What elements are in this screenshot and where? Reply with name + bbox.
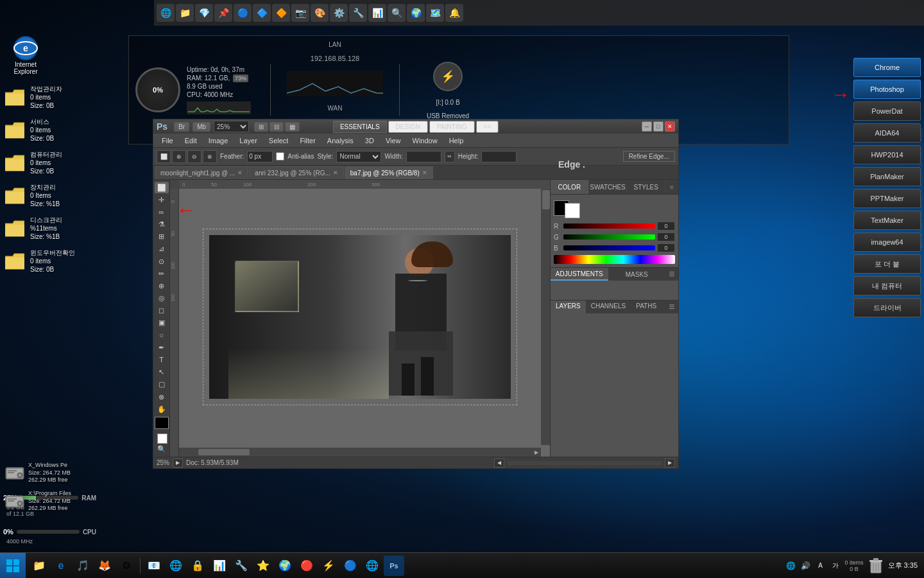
ps-swap-btn[interactable]: ⇔	[445, 151, 455, 162]
ps-menu-window[interactable]: Window	[407, 136, 443, 146]
tray-network[interactable]: 🌐	[785, 559, 798, 572]
folder-button[interactable]: 포 더 붙	[853, 254, 921, 274]
photoshop-button[interactable]: Photoshop	[853, 80, 921, 99]
chrome-button[interactable]: Chrome	[853, 58, 921, 77]
ps-bg-swatch[interactable]	[565, 203, 580, 218]
driver-button[interactable]: 드라이버	[853, 298, 921, 317]
ps-doc-tab-2[interactable]: anri 232.jpg @ 25% (RG... ✕	[249, 166, 343, 179]
mycomputer-button[interactable]: 내 컴퓨터	[853, 276, 921, 295]
ps-scroll-right-btn[interactable]: ▶	[532, 448, 541, 457]
ps-doc-tab-3[interactable]: ba7.jpg @ 25% (RGB/8) ✕	[345, 166, 433, 179]
ps-r-input[interactable]	[657, 222, 675, 231]
ps-masks-tab[interactable]: MASKS	[608, 268, 666, 281]
ps-g-input[interactable]	[657, 232, 675, 241]
ps-color-tab[interactable]: COLOR	[551, 180, 589, 194]
ps-tool-move[interactable]: ✛	[155, 194, 169, 206]
ps-canvas-area[interactable]: ▶	[179, 189, 550, 457]
ps-opt-marquee[interactable]: ⬜	[157, 150, 171, 163]
toolbar-icon-2[interactable]: 📁	[176, 4, 194, 22]
toolbar-icon-12[interactable]: 📊	[368, 4, 386, 22]
ps-menu-file[interactable]: File	[157, 136, 178, 146]
planmaker-button[interactable]: PlanMaker	[853, 167, 921, 186]
ps-tool-path-select[interactable]: ↖	[155, 367, 169, 378]
ps-doc-tab-2-close[interactable]: ✕	[333, 170, 338, 176]
toolbar-icon-14[interactable]: 🌍	[407, 4, 425, 22]
ps-tool-magic-wand[interactable]: ⚗	[155, 219, 169, 231]
computer-manager-icon[interactable]: 컴퓨터관리 0 items Size: 0B	[3, 149, 96, 177]
device-manager-icon[interactable]: 장치관리 0 Items Size: %1B	[3, 182, 96, 209]
taskbar-icon-ie[interactable]: e	[51, 556, 71, 576]
toolbar-icon-9[interactable]: 🎨	[311, 4, 329, 22]
ps-doc-tab-3-close[interactable]: ✕	[422, 170, 427, 176]
ps-tool-gradient[interactable]: ▣	[155, 317, 169, 329]
ps-swatches-tab[interactable]: SWATCHES	[589, 180, 628, 194]
taskbar-icon-fire[interactable]: 🦊	[94, 556, 115, 576]
ps-mb-button[interactable]: Mb	[193, 122, 210, 132]
taskbar-icon-2[interactable]: 📧	[144, 556, 164, 576]
taskbar-icon-7[interactable]: ⭐	[253, 556, 273, 576]
ps-refine-edge-button[interactable]: Refine Edge...	[623, 151, 675, 162]
ps-menu-3d[interactable]: 3D	[360, 136, 379, 146]
ps-close-button[interactable]: ✕	[665, 121, 675, 132]
toolbar-icon-6[interactable]: 🔷	[253, 4, 271, 22]
taskbar-icon-11[interactable]: 🔵	[340, 556, 361, 576]
ps-tool-crop[interactable]: ⊞	[155, 231, 169, 243]
ps-tool-clone[interactable]: ⊕	[155, 280, 169, 292]
ps-br-button[interactable]: Br	[174, 122, 189, 132]
taskbar-clock[interactable]: 오후 3:35	[888, 561, 918, 570]
ps-tool-spot-heal[interactable]: ⊙	[155, 256, 169, 267]
taskbar-icon-3[interactable]: 🌐	[166, 556, 186, 576]
ps-status-arrow-btn[interactable]: ◀	[494, 459, 504, 468]
tray-volume[interactable]: 🔊	[800, 559, 812, 572]
windows-update-icon[interactable]: 윈도우버전확인 0 items Size: 0B	[3, 247, 96, 275]
ps-antialias-checkbox[interactable]	[276, 152, 284, 161]
imagew64-button[interactable]: imagew64	[853, 232, 921, 252]
hwp2014-button[interactable]: HWP2014	[853, 145, 921, 164]
ps-view-btn-3[interactable]: ▦	[285, 122, 300, 132]
ps-r-bar[interactable]	[563, 223, 655, 229]
ps-menu-image[interactable]: Image	[203, 136, 234, 146]
ps-width-input[interactable]	[406, 151, 441, 162]
ps-menu-view[interactable]: View	[381, 136, 406, 146]
tray-ime[interactable]: A	[814, 559, 827, 572]
ps-opt-intersect[interactable]: ⊗	[203, 150, 217, 163]
ps-color-spectrum[interactable]	[554, 255, 675, 264]
ps-maximize-button[interactable]: □	[653, 121, 663, 132]
ps-menu-edit[interactable]: Edit	[180, 136, 202, 146]
ps-doc-tab-1[interactable]: moonlight_night1.jpg @ ... ✕	[155, 166, 248, 179]
ps-height-input[interactable]	[481, 151, 517, 162]
taskbar-icon-settings[interactable]: ⚙	[116, 556, 137, 576]
ps-scrollbar-vertical[interactable]	[541, 189, 550, 445]
pptmaker-button[interactable]: PPTMaker	[853, 189, 921, 208]
ps-color-panel-minimize[interactable]: ≡	[665, 180, 678, 194]
ps-g-bar[interactable]	[563, 234, 655, 240]
powerdat-button[interactable]: PowerDat	[853, 101, 921, 121]
ps-tool-eraser[interactable]: ◻	[155, 305, 169, 317]
ps-menu-select[interactable]: Select	[264, 136, 294, 146]
ps-minimize-button[interactable]: ─	[642, 121, 652, 132]
toolbar-icon-15[interactable]: 🗺️	[426, 4, 444, 22]
ps-design-tab[interactable]: DESIGN	[388, 121, 428, 133]
toolbar-icon-11[interactable]: 🔧	[349, 4, 367, 22]
taskbar-icon-5[interactable]: 📊	[209, 556, 230, 576]
ps-b-input[interactable]	[657, 243, 675, 252]
taskmanager-icon[interactable]: 작업관리자 0 items Size: 0B	[3, 83, 96, 111]
ps-doc-tab-1-close[interactable]: ✕	[237, 170, 243, 176]
ps-menu-layer[interactable]: Layer	[234, 136, 262, 146]
ps-tool-dodge[interactable]: ○	[155, 329, 169, 341]
ps-scrollbar-horizontal[interactable]: ▶	[179, 448, 541, 457]
toolbar-icon-3[interactable]: 💎	[195, 4, 213, 22]
ps-essentials-tab[interactable]: ESSENTIALS	[333, 121, 387, 133]
ps-b-bar[interactable]	[563, 245, 655, 250]
ps-adjustments-tab[interactable]: ADJUSTMENTS	[551, 268, 608, 281]
ps-layers-tab[interactable]: LAYERS	[551, 301, 586, 313]
taskbar-icon-10[interactable]: ⚡	[318, 556, 339, 576]
ps-style-select[interactable]: Normal Fixed Ratio Fixed Size	[336, 151, 381, 162]
toolbar-icon-4[interactable]: 📌	[214, 4, 232, 22]
taskbar-icon-6[interactable]: 🔧	[231, 556, 252, 576]
ps-tool-3d[interactable]: ⊗	[155, 391, 169, 403]
ps-tool-marquee[interactable]: ⬜	[155, 182, 169, 193]
disk-manager-icon[interactable]: 디스크관리 %11tems Size: %1B	[3, 215, 96, 242]
ps-layers-minimize[interactable]: ≡	[665, 301, 678, 313]
ps-paths-tab[interactable]: PATHS	[631, 301, 662, 313]
